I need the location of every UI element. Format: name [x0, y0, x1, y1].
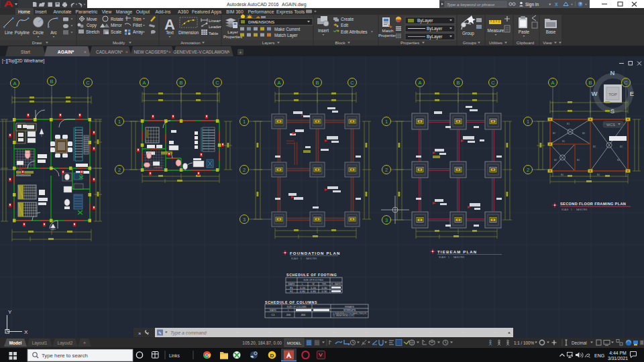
svg-text:ENG: ENG [594, 353, 604, 358]
svg-text:B1: B1 [561, 174, 564, 176]
svg-text:Clipboard: Clipboard [517, 40, 535, 45]
svg-text:Express Tools: Express Tools [276, 9, 305, 15]
svg-text:B2: B2 [620, 145, 623, 148]
svg-text:Paste: Paste [519, 29, 530, 34]
svg-text:Mirror: Mirror [111, 23, 123, 27]
svg-text:Y: Y [8, 309, 12, 315]
svg-text:C: C [215, 80, 219, 86]
svg-text:0.30: 0.30 [322, 286, 328, 290]
svg-text:B2: B2 [593, 145, 596, 148]
svg-text:GENEVEVE-V.CADLAWON*: GENEVEVE-V.CADLAWON* [173, 50, 229, 54]
svg-text:1:1 / 100%: 1:1 / 100% [514, 341, 535, 345]
svg-text:SIZE OF COLUMN: SIZE OF COLUMN [287, 306, 307, 308]
svg-text:A: A [277, 80, 280, 86]
svg-text:Base: Base [546, 29, 556, 34]
svg-text:Trim: Trim [133, 17, 142, 21]
svg-text:0.80: 0.80 [311, 290, 317, 293]
svg-text:Layer: Layer [227, 29, 237, 34]
svg-text:B2: B2 [617, 159, 620, 162]
svg-text:×: × [227, 50, 230, 54]
svg-text:Start: Start [21, 50, 30, 54]
svg-text:3/31/2021: 3/31/2021 [608, 356, 628, 361]
svg-text:TIEBEAM PLAN: TIEBEAM PLAN [437, 250, 477, 254]
svg-text:S: S [610, 107, 614, 115]
svg-text:1: 1 [118, 119, 121, 125]
svg-text:Layout1: Layout1 [32, 341, 48, 346]
svg-text:Edit Attributes: Edit Attributes [341, 29, 367, 34]
svg-text:B: B [179, 80, 182, 86]
svg-text:B1: B1 [567, 123, 570, 125]
svg-text:B: B [456, 80, 460, 86]
svg-text:BIM 360: BIM 360 [226, 9, 244, 14]
svg-text:A: A [142, 80, 146, 86]
svg-text:MARK: MARK [288, 283, 296, 286]
svg-text:Layout2: Layout2 [58, 341, 73, 346]
svg-text:B: B [315, 80, 319, 86]
svg-text:Create: Create [341, 17, 354, 21]
svg-text:Modify: Modify [113, 40, 125, 45]
svg-text:AGAIN.dwg: AGAIN.dwg [282, 2, 307, 7]
svg-text:Edit: Edit [341, 23, 348, 27]
svg-text:B1: B1 [577, 159, 580, 162]
svg-text:B: B [50, 78, 53, 84]
svg-text:2: 2 [243, 167, 246, 173]
svg-text:Group: Group [462, 31, 474, 36]
svg-text:×: × [84, 50, 87, 54]
svg-text:3: 3 [243, 217, 246, 223]
svg-text:FOUNDATION PLAN: FOUNDATION PLAN [290, 251, 341, 255]
svg-text:C: C [86, 80, 90, 86]
svg-text:0.80: 0.80 [300, 290, 306, 293]
svg-text:Insert: Insert [36, 9, 47, 14]
svg-text:Properties: Properties [378, 33, 397, 38]
svg-text:C: C [350, 80, 354, 86]
svg-text:2: 2 [385, 167, 388, 173]
svg-text:0.30: 0.30 [322, 290, 328, 293]
svg-text:A: A [13, 80, 16, 86]
svg-text:Line: Line [5, 30, 13, 35]
svg-text:AGAIN*: AGAIN* [58, 50, 74, 54]
svg-text:Insert: Insert [318, 28, 329, 33]
svg-text:Decimal: Decimal [572, 341, 587, 345]
svg-text:DIMENSIONS: DIMENSIONS [248, 19, 274, 24]
svg-text:Add-ins: Add-ins [155, 9, 171, 14]
svg-text:Parametric: Parametric [76, 9, 98, 14]
svg-text:Type a command: Type a command [170, 330, 207, 336]
svg-text:Rotate: Rotate [111, 17, 123, 21]
svg-text:+: + [239, 50, 242, 56]
svg-text:400: 400 [301, 313, 306, 316]
svg-text:?: ? [579, 2, 581, 6]
svg-text:1: 1 [385, 119, 388, 125]
svg-text:Properties: Properties [223, 34, 242, 39]
svg-text:MARK: MARK [270, 309, 277, 312]
svg-text:SCALE 1 : NA NOTES: SCALE 1 : NA NOTES [439, 256, 464, 259]
svg-text:A: A [418, 80, 421, 86]
svg-text:Output: Output [136, 9, 150, 15]
svg-text:Block: Block [335, 40, 345, 45]
svg-text:200: 200 [286, 313, 291, 316]
svg-text:ByLayer: ByLayer [427, 26, 443, 32]
svg-text:Home: Home [18, 9, 30, 14]
svg-text:Dimension: Dimension [178, 30, 199, 35]
svg-text:Copy: Copy [87, 23, 97, 28]
svg-text:Linear: Linear [209, 19, 220, 23]
svg-text:Links: Links [169, 353, 180, 358]
svg-text:Leader: Leader [209, 25, 221, 29]
svg-text:×: × [125, 50, 128, 54]
svg-text:Fillet: Fillet [133, 23, 142, 27]
svg-text:×: × [168, 50, 171, 54]
svg-text:3: 3 [385, 217, 388, 223]
svg-text:+: + [83, 341, 86, 345]
svg-text:✎: ✎ [158, 331, 162, 335]
svg-text:2: 2 [118, 167, 121, 173]
svg-text:F1: F1 [290, 286, 293, 290]
svg-text:D: D [270, 353, 274, 359]
svg-text:Featured Apps: Featured Apps [192, 9, 222, 15]
svg-text:A360: A360 [178, 9, 189, 14]
svg-text:B2: B2 [554, 159, 557, 162]
svg-text:C: C [624, 80, 628, 86]
svg-text:NEW CADSERS*: NEW CADSERS* [134, 50, 168, 54]
svg-text:SCALE 1 : NA NOTES: SCALE 1 : NA NOTES [291, 257, 317, 260]
svg-text:Type here to search: Type here to search [42, 353, 88, 359]
svg-text:TOP: TOP [608, 92, 617, 97]
svg-text:View: View [102, 9, 112, 14]
